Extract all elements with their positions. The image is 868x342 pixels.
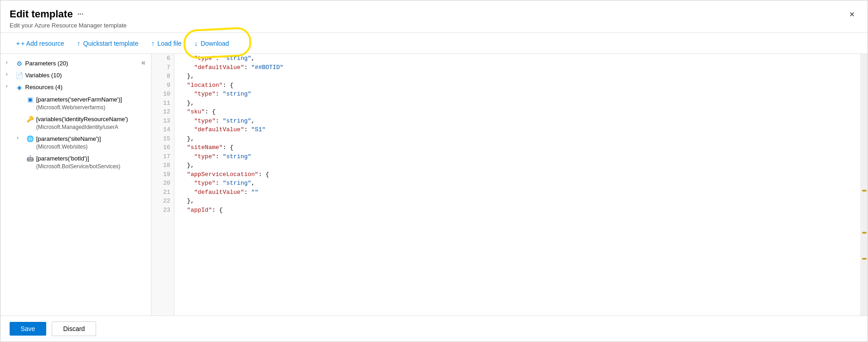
code-line: "type": "string", — [180, 117, 855, 126]
resource-4-label: [parameters('botId')] (Microsoft.BotServ… — [36, 155, 147, 171]
line-number: 15 — [155, 134, 170, 144]
editor-area: 67891011121314151617181920212223 "type":… — [151, 54, 868, 315]
code-line: "type": "string" — [180, 152, 855, 161]
line-number: 7 — [155, 63, 170, 72]
scrollbar-marker-3 — [862, 258, 867, 260]
plus-icon: + — [16, 39, 20, 47]
panel-footer: Save Discard — [0, 315, 868, 342]
panel-header: Edit template ··· × Edit your Azure Reso… — [0, 0, 868, 33]
chevron-icon-parameters: › — [6, 60, 13, 65]
line-number: 22 — [155, 197, 170, 206]
quickstart-template-button[interactable]: ↑ Quickstart template — [70, 37, 145, 50]
code-line: "location": { — [180, 81, 855, 90]
upload-icon: ↑ — [77, 39, 81, 47]
line-number: 20 — [155, 179, 170, 188]
panel-title-text: Edit template — [10, 8, 73, 20]
download-icon: ↓ — [194, 39, 198, 47]
sidebar-item-resource-2[interactable]: 🔑 [variables('identityResourceName') (Mi… — [0, 113, 151, 133]
resource-3-label: [parameters('siteName')] (Microsoft.Web/… — [36, 135, 147, 151]
globe-icon-3: 🌐 — [26, 135, 34, 143]
collapse-sidebar-button[interactable]: « — [140, 58, 147, 68]
line-number: 12 — [155, 107, 170, 117]
line-number: 23 — [155, 206, 170, 215]
line-number: 11 — [155, 99, 170, 108]
code-line: }, — [180, 197, 855, 206]
add-resource-label: + Add resource — [21, 40, 65, 47]
scrollbar-marker-2 — [862, 232, 867, 234]
resource-1-label: [parameters('serverFarmName')] (Microsof… — [36, 96, 147, 112]
line-number: 10 — [155, 90, 170, 99]
line-number: 13 — [155, 117, 170, 126]
line-number: 16 — [155, 143, 170, 152]
line-number: 9 — [155, 81, 170, 90]
bot-icon-4: 🤖 — [26, 155, 34, 163]
chevron-icon-variables: › — [6, 72, 13, 77]
code-line: "type": "string" — [180, 90, 855, 99]
code-line: }, — [180, 161, 855, 170]
discard-button[interactable]: Discard — [52, 321, 96, 336]
save-button[interactable]: Save — [10, 322, 46, 336]
chevron-icon-resources: › — [6, 84, 13, 89]
scrollbar-markers — [860, 54, 868, 315]
code-line: "defaultValue": "S1" — [180, 125, 855, 134]
server-icon-1: ▣ — [26, 96, 34, 104]
download-button[interactable]: ↓ Download — [188, 37, 236, 50]
code-line: "type": "string", — [180, 179, 855, 188]
key-icon-2: 🔑 — [26, 115, 34, 123]
doc-icon-variables: 📄 — [15, 71, 23, 80]
toolbar: + + Add resource ↑ Quickstart template ↑… — [0, 33, 868, 54]
code-line: }, — [180, 134, 855, 144]
close-button[interactable]: × — [846, 8, 858, 21]
load-file-label: Load file — [157, 40, 182, 47]
line-number: 18 — [155, 161, 170, 170]
sidebar-item-parameters[interactable]: › ⚙ Parameters (20) — [0, 58, 151, 69]
panel-title-row: Edit template ··· — [10, 8, 83, 20]
panel-subtitle: Edit your Azure Resource Manager templat… — [10, 22, 858, 29]
code-line: "type": "string", — [180, 54, 855, 63]
line-number: 14 — [155, 125, 170, 134]
line-number: 21 — [155, 188, 170, 197]
sidebar-item-resource-1[interactable]: ▣ [parameters('serverFarmName')] (Micros… — [0, 94, 151, 113]
code-line: "sku": { — [180, 107, 855, 117]
code-line: "defaultValue": "" — [180, 188, 855, 197]
sidebar: « › ⚙ Parameters (20) › 📄 Variables (10)… — [0, 54, 151, 315]
code-line: "appId": { — [180, 206, 855, 215]
cube-icon-resources: ◈ — [15, 83, 23, 91]
code-line: "defaultValue": "##BOTID" — [180, 63, 855, 72]
add-resource-button[interactable]: + + Add resource — [10, 37, 70, 50]
resources-label: Resources (4) — [25, 83, 147, 91]
line-number: 6 — [155, 54, 170, 63]
upload-icon-2: ↑ — [151, 39, 155, 47]
line-number: 17 — [155, 152, 170, 161]
load-file-button[interactable]: ↑ Load file — [145, 37, 188, 50]
editor-content[interactable]: 67891011121314151617181920212223 "type":… — [151, 54, 868, 315]
main-content: « › ⚙ Parameters (20) › 📄 Variables (10)… — [0, 54, 868, 315]
gear-icon-parameters: ⚙ — [15, 59, 23, 68]
quickstart-template-label: Quickstart template — [83, 40, 139, 47]
panel-title-ellipsis[interactable]: ··· — [77, 10, 83, 18]
code-line: "appServiceLocation": { — [180, 170, 855, 179]
line-number: 19 — [155, 170, 170, 179]
code-line: }, — [180, 72, 855, 81]
edit-template-panel: Edit template ··· × Edit your Azure Reso… — [0, 0, 868, 342]
code-line: "siteName": { — [180, 143, 855, 152]
code-line: }, — [180, 99, 855, 108]
parameters-label: Parameters (20) — [25, 59, 147, 68]
chevron-icon-3: › — [17, 135, 24, 140]
sidebar-item-variables[interactable]: › 📄 Variables (10) — [0, 69, 151, 81]
variables-label: Variables (10) — [25, 71, 147, 80]
sidebar-item-resource-4[interactable]: 🤖 [parameters('botId')] (Microsoft.BotSe… — [0, 153, 151, 172]
download-label: Download — [200, 40, 229, 47]
resource-2-label: [variables('identityResourceName') (Micr… — [36, 115, 147, 131]
line-numbers: 67891011121314151617181920212223 — [151, 54, 174, 315]
code-lines[interactable]: "type": "string", "defaultValue": "##BOT… — [174, 54, 860, 315]
download-highlight-annotation: ↓ Download — [188, 37, 236, 50]
scrollbar-marker-1 — [862, 190, 867, 192]
line-number: 8 — [155, 72, 170, 81]
sidebar-item-resource-3[interactable]: › 🌐 [parameters('siteName')] (Microsoft.… — [0, 133, 151, 153]
sidebar-item-resources[interactable]: › ◈ Resources (4) — [0, 81, 151, 93]
